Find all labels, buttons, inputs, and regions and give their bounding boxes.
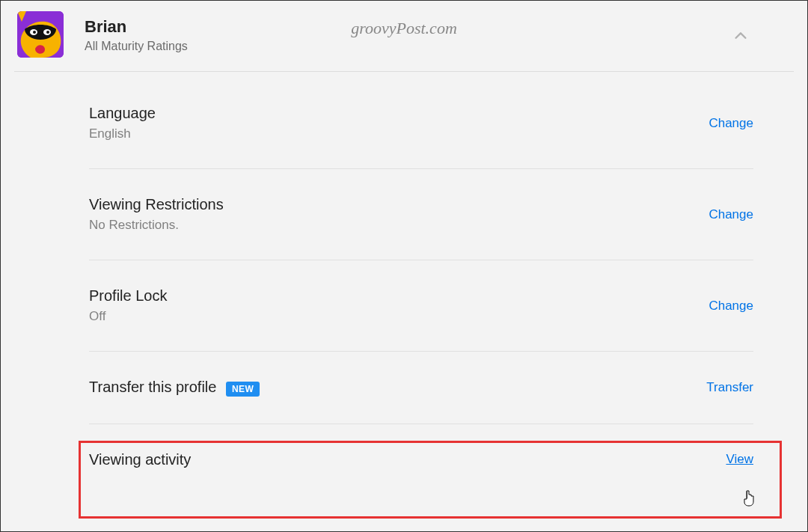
new-badge: NEW: [226, 382, 260, 397]
row-title: Viewing activity: [89, 451, 191, 468]
row-title: Language: [89, 105, 156, 122]
row-value: No Restrictions.: [89, 218, 224, 233]
avatar: [17, 11, 64, 58]
profile-subtitle: All Maturity Ratings: [85, 40, 188, 53]
change-restrictions-link[interactable]: Change: [708, 207, 753, 222]
row-value: Off: [89, 309, 168, 324]
row-viewing-activity: Viewing activity View: [89, 424, 753, 495]
profile-header[interactable]: Brian All Maturity Ratings: [1, 1, 807, 71]
row-viewing-restrictions: Viewing Restrictions No Restrictions. Ch…: [89, 169, 753, 260]
svg-point-4: [46, 31, 49, 34]
row-profile-lock: Profile Lock Off Change: [89, 260, 753, 352]
settings-list: Language English Change Viewing Restrict…: [89, 72, 753, 495]
row-title: Viewing Restrictions: [89, 196, 224, 213]
row-title: Profile Lock: [89, 287, 168, 305]
profile-name: Brian: [85, 17, 188, 37]
row-value: English: [89, 126, 156, 141]
change-language-link[interactable]: Change: [708, 116, 753, 131]
svg-point-3: [33, 31, 36, 34]
chevron-up-icon[interactable]: [732, 28, 749, 47]
row-transfer-profile: Transfer this profile NEW Transfer: [89, 352, 753, 424]
view-activity-link[interactable]: View: [726, 452, 753, 467]
change-lock-link[interactable]: Change: [708, 299, 753, 314]
row-title: Transfer this profile: [89, 379, 216, 395]
row-language: Language English Change: [89, 72, 753, 169]
transfer-link[interactable]: Transfer: [706, 380, 753, 395]
